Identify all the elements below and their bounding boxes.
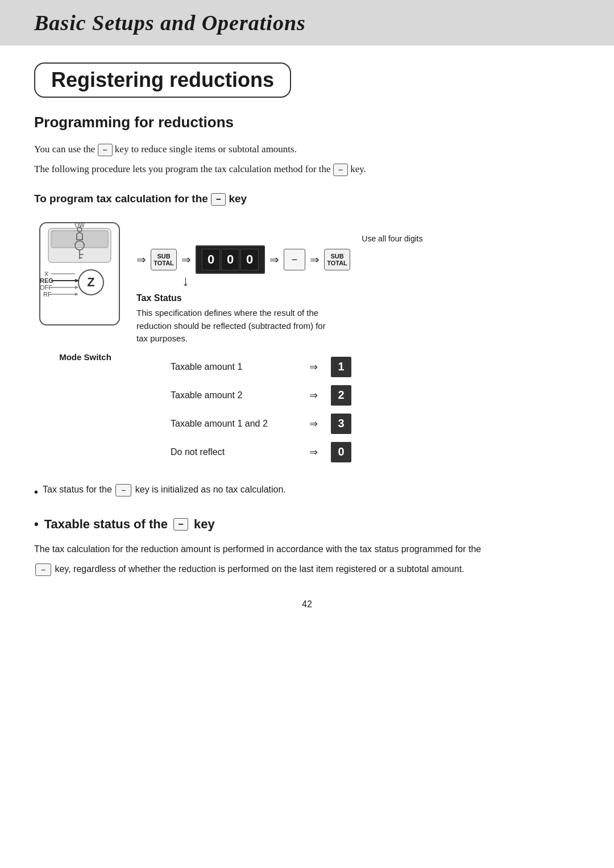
sub-total-key-2: SUB TOTAL: [324, 249, 350, 270]
digit-1: 0: [221, 249, 239, 270]
body-text-2: The following procedure lets you program…: [34, 161, 580, 177]
digit-display: 0 0 0: [196, 245, 265, 274]
taxable-arrow-1: ⇒: [305, 361, 322, 373]
header-banner: Basic Setups and Operations: [0, 0, 614, 45]
main-content: Registering reductions Programming for r…: [0, 62, 614, 621]
svg-text:X: X: [44, 270, 49, 277]
sub-label-2-line2: TOTAL: [327, 260, 347, 266]
taxable-value-2: 2: [331, 385, 351, 406]
mode-switch-label: Mode Switch: [34, 352, 136, 362]
arrow-3: ⇒: [269, 253, 279, 266]
body2-cont: key.: [350, 164, 366, 174]
bullet-dot: •: [34, 484, 38, 500]
page-number: 42: [34, 599, 580, 621]
body2-text: The following procedure lets you program…: [34, 164, 331, 174]
body1-cont: key to reduce single items or subtotal a…: [115, 144, 297, 155]
mode-switch-svg: OW Z: [34, 217, 125, 348]
taxable-value-3: 3: [331, 414, 351, 434]
taxable-row-4: Do not reflect ⇒ 0: [171, 442, 580, 462]
bullet-large: •: [34, 517, 39, 532]
arrow-4: ⇒: [310, 253, 320, 266]
minus-key-inline-1: −: [98, 144, 113, 156]
minus-key-heading: −: [211, 193, 226, 206]
arrow-1: ⇒: [136, 253, 146, 266]
key-sequence: ⇒ SUB TOTAL ⇒ 0 0 0 ⇒ − ⇒: [136, 245, 580, 274]
svg-marker-21: [75, 293, 78, 296]
body1-text: You can use the: [34, 144, 95, 155]
svg-text:REG: REG: [40, 277, 53, 284]
minus-key-inline-2: −: [333, 164, 348, 176]
taxable-label-1: Taxable amount 1: [171, 362, 296, 372]
mode-switch-container: OW Z: [34, 217, 136, 362]
digit-2: 0: [240, 249, 259, 270]
svg-marker-20: [75, 286, 78, 289]
bottom-para-1: The tax calculation for the reduction am…: [34, 542, 580, 557]
taxable-value-4: 0: [331, 442, 351, 462]
use-all-digits-label: Use all four digits: [205, 234, 580, 243]
tax-status-box: Tax Status This specification defines wh…: [136, 293, 580, 470]
note-bullet: • Tax status for the − key is initialize…: [34, 484, 580, 500]
taxable-label-3: Taxable amount 1 and 2: [171, 419, 296, 429]
sequence-area: Use all four digits ⇒ SUB TOTAL ⇒ 0 0 0: [136, 217, 580, 470]
taxable-arrow-4: ⇒: [305, 446, 322, 458]
diagram-area: OW Z: [34, 217, 580, 470]
sub-label-1-line2: TOTAL: [154, 260, 174, 266]
to-program-heading: To program tax calculation for the − key: [34, 193, 580, 206]
taxable-arrow-3: ⇒: [305, 418, 322, 430]
tax-status-title: Tax Status: [136, 293, 580, 303]
subheading: Programming for reductions: [34, 114, 580, 131]
taxable-table: Taxable amount 1 ⇒ 1 Taxable amount 2 ⇒ …: [171, 357, 580, 462]
taxable-status-heading-text: Taxable status of the: [44, 517, 168, 532]
sub-total-key-1: SUB TOTAL: [151, 249, 177, 270]
sub-label-2-line1: SUB: [330, 253, 343, 260]
taxable-status-heading: • Taxable status of the − key: [34, 517, 580, 532]
bottom-para-2: − key, regardless of whether the reducti…: [34, 562, 580, 577]
note-text: Tax status for the − key is initialized …: [43, 484, 286, 496]
tax-status-desc: This specification defines where the res…: [136, 307, 330, 345]
minus-key-seq: −: [284, 249, 305, 270]
sub-label-1-line1: SUB: [157, 253, 170, 260]
taxable-value-1: 1: [331, 357, 351, 377]
arrow-2: ⇒: [181, 253, 191, 266]
svg-text:RF: RF: [43, 291, 52, 298]
header-title: Basic Setups and Operations: [34, 10, 580, 35]
taxable-row-3: Taxable amount 1 and 2 ⇒ 3: [171, 414, 580, 434]
taxable-row-2: Taxable amount 2 ⇒ 2: [171, 385, 580, 406]
taxable-status-key: −: [173, 518, 188, 531]
taxable-arrow-2: ⇒: [305, 389, 322, 402]
bottom-key-inline: −: [35, 564, 51, 576]
down-arrow: ↓: [182, 274, 580, 289]
svg-text:Z: Z: [87, 275, 94, 289]
section-title: Registering reductions: [51, 68, 274, 92]
taxable-label-2: Taxable amount 2: [171, 390, 296, 400]
section-title-box: Registering reductions: [34, 62, 291, 98]
taxable-row-1: Taxable amount 1 ⇒ 1: [171, 357, 580, 377]
body-text-1: You can use the − key to reduce single i…: [34, 141, 580, 157]
svg-text:OFF: OFF: [40, 284, 52, 291]
digit-0: 0: [202, 249, 220, 270]
svg-rect-2: [51, 231, 108, 248]
taxable-label-4: Do not reflect: [171, 447, 296, 457]
note-key-inline: −: [115, 484, 131, 496]
